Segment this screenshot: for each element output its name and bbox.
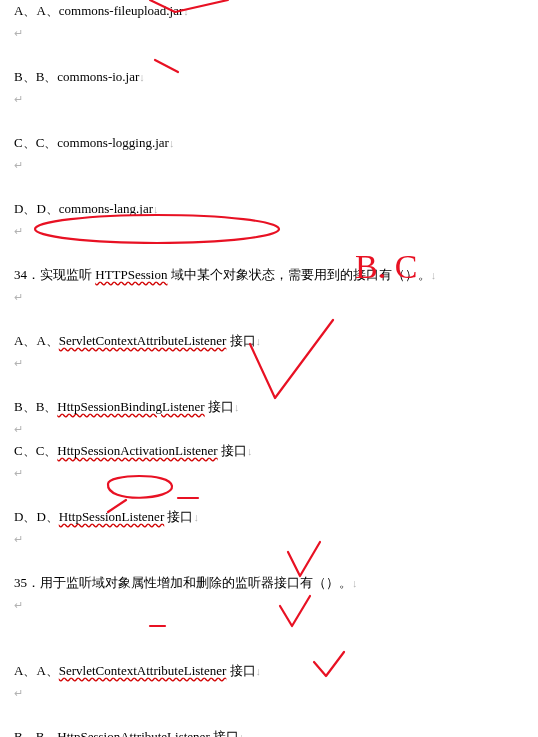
return-mark: ↵ bbox=[14, 467, 23, 479]
option-label: D、D、 bbox=[14, 509, 59, 524]
option-row: A、A、commons-fileupload.jar↓ bbox=[14, 0, 524, 22]
option-row: B、B、HttpSessionAttributeListener 接口↓ bbox=[14, 726, 524, 737]
question-number: 35． bbox=[14, 575, 40, 590]
option-text: commons-fileupload.jar bbox=[59, 3, 184, 18]
newline-mark: ↓ bbox=[153, 203, 159, 215]
option-row: B、B、HttpSessionBindingListener 接口↓ bbox=[14, 396, 524, 418]
return-mark: ↵ bbox=[14, 93, 23, 105]
option-row: A、A、ServletContextAttributeListener 接口↓ bbox=[14, 330, 524, 352]
option-text: HttpSessionAttributeListener bbox=[57, 729, 209, 737]
return-mark: ↵ bbox=[14, 27, 23, 39]
option-text: HttpSessionListener bbox=[59, 509, 164, 524]
option-label: C、C、 bbox=[14, 135, 57, 150]
return-mark: ↵ bbox=[14, 687, 23, 699]
option-label: A、A、 bbox=[14, 663, 59, 678]
return-mark: ↵ bbox=[14, 225, 23, 237]
option-text: commons-io.jar bbox=[57, 69, 139, 84]
option-text: ServletContextAttributeListener bbox=[59, 663, 227, 678]
option-text: commons-logging.jar bbox=[57, 135, 169, 150]
option-label: B、B、 bbox=[14, 399, 57, 414]
return-mark: ↵ bbox=[14, 533, 23, 545]
newline-mark: ↓ bbox=[256, 335, 262, 347]
option-text: commons-lang.jar bbox=[59, 201, 153, 216]
option-row: C、C、HttpSessionActivationListener 接口↓ bbox=[14, 440, 524, 462]
question-35: 35．用于监听域对象属性增加和删除的监听器接口有（）。↓ bbox=[14, 572, 524, 594]
option-row: C、C、commons-logging.jar↓ bbox=[14, 132, 524, 154]
return-mark: ↵ bbox=[14, 423, 23, 435]
option-label: B、B、 bbox=[14, 729, 57, 737]
option-text: ServletContextAttributeListener bbox=[59, 333, 227, 348]
newline-mark: ↓ bbox=[183, 5, 189, 17]
option-row: A、A、ServletContextAttributeListener 接口↓ bbox=[14, 660, 524, 682]
return-mark: ↵ bbox=[14, 599, 23, 611]
newline-mark: ↓ bbox=[239, 731, 245, 737]
question-34: 34．实现监听 HTTPSession 域中某个对象状态，需要用到的接口有（）。… bbox=[14, 264, 524, 286]
option-label: D、D、 bbox=[14, 201, 59, 216]
return-mark: ↵ bbox=[14, 291, 23, 303]
newline-mark: ↓ bbox=[352, 577, 358, 589]
return-mark: ↵ bbox=[14, 159, 23, 171]
option-row: D、D、HttpSessionListener 接口↓ bbox=[14, 506, 524, 528]
underlined-term: HTTPSession bbox=[95, 267, 167, 282]
option-label: A、A、 bbox=[14, 333, 59, 348]
newline-mark: ↓ bbox=[193, 511, 199, 523]
question-number: 34． bbox=[14, 267, 40, 282]
newline-mark: ↓ bbox=[431, 269, 437, 281]
option-label: B、B、 bbox=[14, 69, 57, 84]
newline-mark: ↓ bbox=[169, 137, 175, 149]
newline-mark: ↓ bbox=[234, 401, 240, 413]
return-mark: ↵ bbox=[14, 357, 23, 369]
newline-mark: ↓ bbox=[139, 71, 145, 83]
option-text: HttpSessionActivationListener bbox=[57, 443, 217, 458]
option-text: HttpSessionBindingListener bbox=[57, 399, 204, 414]
option-label: C、C、 bbox=[14, 443, 57, 458]
option-label: A、A、 bbox=[14, 3, 59, 18]
option-row: B、B、commons-io.jar↓ bbox=[14, 66, 524, 88]
document-content: A、A、commons-fileupload.jar↓ ↵ B、B、common… bbox=[14, 0, 524, 737]
option-row: D、D、commons-lang.jar↓ bbox=[14, 198, 524, 220]
newline-mark: ↓ bbox=[247, 445, 253, 457]
newline-mark: ↓ bbox=[256, 665, 262, 677]
